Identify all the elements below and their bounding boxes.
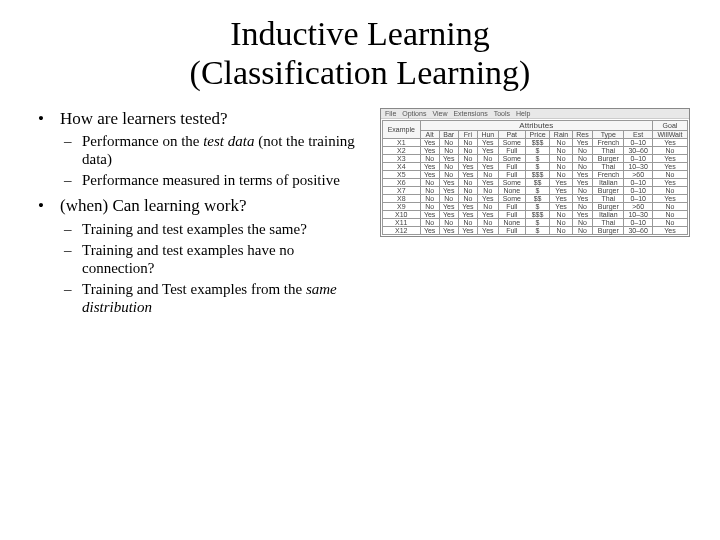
data-cell: Yes xyxy=(550,195,573,203)
data-cell: Thai xyxy=(593,163,624,171)
row-id-cell: X1 xyxy=(383,139,421,147)
data-cell: Italian xyxy=(593,179,624,187)
menu-item[interactable]: Help xyxy=(516,110,530,117)
data-cell: No xyxy=(439,195,458,203)
row-id-cell: X4 xyxy=(383,163,421,171)
data-cell: No xyxy=(477,155,498,163)
data-cell: $ xyxy=(525,155,549,163)
data-cell: Yes xyxy=(439,187,458,195)
data-cell: Yes xyxy=(458,227,477,235)
data-cell: Thai xyxy=(593,147,624,155)
row-id-cell: X5 xyxy=(383,171,421,179)
data-cell: Yes xyxy=(458,203,477,211)
data-cell: >60 xyxy=(624,171,653,179)
data-cell: No xyxy=(477,203,498,211)
data-cell: None xyxy=(498,219,525,227)
table-row: X10YesYesYesYesFull$$$NoYesItalian10–30N… xyxy=(383,211,688,219)
data-cell: >60 xyxy=(624,203,653,211)
data-cell: Burger xyxy=(593,187,624,195)
menu-item[interactable]: File xyxy=(385,110,396,117)
table-row: X1YesNoNoYesSome$$$NoYesFrench0–10Yes xyxy=(383,139,688,147)
data-cell: Yes xyxy=(420,171,439,179)
col-header: Type xyxy=(593,131,624,139)
data-cell: Yes xyxy=(420,163,439,171)
data-cell: No xyxy=(550,227,573,235)
data-cell: None xyxy=(498,187,525,195)
data-cell: French xyxy=(593,171,624,179)
data-cell: Some xyxy=(498,155,525,163)
data-cell: $$$ xyxy=(525,211,549,219)
col-header: Alt xyxy=(420,131,439,139)
data-cell: No xyxy=(572,155,592,163)
sub-bullet-item: Training and Test examples from the same… xyxy=(60,280,370,316)
data-cell: Yes xyxy=(420,227,439,235)
sub-bullet-item: Training and test examples have no conne… xyxy=(60,241,370,277)
data-cell: No xyxy=(458,187,477,195)
col-header: Hun xyxy=(477,131,498,139)
data-cell: No xyxy=(420,187,439,195)
sub-bullet-item: Training and test examples the same? xyxy=(60,220,370,238)
row-id-cell: X6 xyxy=(383,179,421,187)
data-cell: Yes xyxy=(550,203,573,211)
menu-item[interactable]: View xyxy=(432,110,447,117)
app-window: FileOptionsViewExtensionsToolsHelp Examp… xyxy=(380,108,690,237)
data-cell: Yes xyxy=(439,155,458,163)
table-row: X7NoYesNoNoNone$YesNoBurger0–10No xyxy=(383,187,688,195)
data-cell: Yes xyxy=(477,139,498,147)
table-row: X11NoNoNoNoNone$NoNoThai0–10No xyxy=(383,219,688,227)
data-cell: No xyxy=(439,147,458,155)
table-row: X12YesYesYesYesFull$NoNoBurger30–60Yes xyxy=(383,227,688,235)
data-cell: No xyxy=(550,211,573,219)
menu-item[interactable]: Tools xyxy=(494,110,510,117)
data-cell: Some xyxy=(498,179,525,187)
data-cell: No xyxy=(550,139,573,147)
data-cell: Yes xyxy=(572,179,592,187)
data-cell: $ xyxy=(525,227,549,235)
data-cell: 10–30 xyxy=(624,163,653,171)
table-header-row: AltBarFriHunPatPriceRainResTypeEstWillWa… xyxy=(383,131,688,139)
data-cell: Yes xyxy=(420,139,439,147)
data-cell: Yes xyxy=(572,211,592,219)
menu-item[interactable]: Options xyxy=(402,110,426,117)
col-header: Fri xyxy=(458,131,477,139)
title-line-2: (Classification Learning) xyxy=(190,54,531,91)
data-cell: Some xyxy=(498,195,525,203)
data-cell: No xyxy=(439,219,458,227)
data-cell: 0–10 xyxy=(624,195,653,203)
data-cell: No xyxy=(477,219,498,227)
data-cell: Full xyxy=(498,211,525,219)
data-cell: Yes xyxy=(550,187,573,195)
table-row: X9NoYesYesNoFull$YesNoBurger>60No xyxy=(383,203,688,211)
data-cell: Yes xyxy=(652,227,687,235)
data-cell: $ xyxy=(525,203,549,211)
col-header: Rain xyxy=(550,131,573,139)
bullet-item: (when) Can learning work?Training and te… xyxy=(30,195,370,315)
data-cell: French xyxy=(593,139,624,147)
data-cell: Yes xyxy=(458,163,477,171)
row-id-cell: X11 xyxy=(383,219,421,227)
emphasis: test data xyxy=(203,133,254,149)
data-cell: No xyxy=(420,155,439,163)
row-id-cell: X2 xyxy=(383,147,421,155)
row-id-cell: X9 xyxy=(383,203,421,211)
data-cell: 0–10 xyxy=(624,179,653,187)
row-id-cell: X10 xyxy=(383,211,421,219)
data-cell: Some xyxy=(498,139,525,147)
data-cell: Yes xyxy=(652,155,687,163)
data-cell: $$$ xyxy=(525,139,549,147)
data-cell: Yes xyxy=(550,179,573,187)
bullet-list: How are learners tested?Performance on t… xyxy=(30,108,370,316)
data-cell: No xyxy=(550,147,573,155)
data-cell: $$$ xyxy=(525,171,549,179)
data-cell: No xyxy=(458,179,477,187)
data-cell: No xyxy=(458,147,477,155)
table-row: X8NoNoNoYesSome$$YesYesThai0–10Yes xyxy=(383,195,688,203)
data-cell: No xyxy=(550,171,573,179)
data-cell: Full xyxy=(498,203,525,211)
data-cell: No xyxy=(572,219,592,227)
data-cell: Yes xyxy=(420,147,439,155)
data-table: ExampleAttributesGoalAltBarFriHunPatPric… xyxy=(382,120,688,235)
table-group-header: ExampleAttributesGoal xyxy=(383,121,688,131)
col-header: Est xyxy=(624,131,653,139)
menu-item[interactable]: Extensions xyxy=(453,110,487,117)
